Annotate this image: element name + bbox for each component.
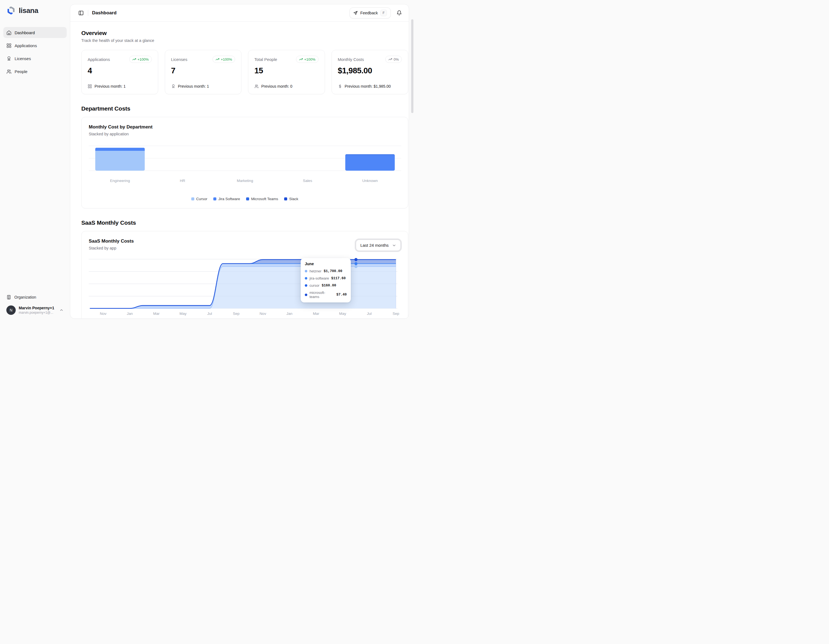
- chevron-down-icon: [392, 243, 396, 248]
- sidebar-item-label: Dashboard: [14, 30, 35, 35]
- legend-item: Cursor: [191, 197, 208, 201]
- tooltip-row: hetzner$1,700.00: [305, 269, 347, 273]
- svg-text:Jan: Jan: [286, 311, 292, 316]
- svg-text:Unknown: Unknown: [362, 178, 378, 183]
- bar-unknown: [345, 154, 395, 170]
- sidebar-item-people[interactable]: People: [3, 66, 67, 77]
- sidebar-item-licenses[interactable]: Licenses: [3, 53, 67, 64]
- sidebar-nav: Dashboard Applications Licenses: [0, 27, 70, 77]
- svg-text:HR: HR: [180, 178, 185, 183]
- svg-text:Sep: Sep: [233, 311, 240, 316]
- panel-left-icon: [78, 10, 84, 16]
- svg-text:Nov: Nov: [260, 311, 266, 316]
- legend-swatch: [191, 197, 194, 200]
- kpi-card-total-people: Total People +100% 15 Previous month: 0: [248, 50, 325, 94]
- department-bar-chart[interactable]: EngineeringHRMarketingSalesUnknown: [89, 143, 401, 191]
- svg-text:Marketing: Marketing: [237, 178, 253, 183]
- chart-tooltip: June hetzner$1,700.00jira-software$117.6…: [301, 258, 351, 302]
- feedback-button[interactable]: Feedback F: [350, 8, 391, 19]
- kpi-value: 7: [171, 66, 235, 75]
- lisana-logo-icon: [6, 6, 16, 16]
- sidebar-footer: Organization N Marvin Poeperny+1 marvin.…: [0, 292, 70, 322]
- kpi-value: $1,985.00: [338, 66, 402, 75]
- trend-badge: +100%: [129, 56, 152, 63]
- sidebar-item-applications[interactable]: Applications: [3, 40, 67, 51]
- legend-item: Microsoft Teams: [246, 197, 278, 201]
- trending-up-icon: [132, 57, 136, 61]
- users-icon: [6, 69, 11, 74]
- notifications-button[interactable]: [396, 10, 402, 16]
- sidebar-item-dashboard[interactable]: Dashboard: [3, 27, 67, 38]
- main-header: Dashboard Feedback F: [70, 5, 409, 22]
- svg-text:May: May: [180, 311, 187, 316]
- hover-dot: [355, 258, 358, 261]
- vertical-scrollbar[interactable]: [411, 0, 414, 322]
- svg-text:Mar: Mar: [313, 311, 320, 316]
- bell-icon: [396, 10, 402, 16]
- tooltip-row: microsoft-teams$7.40: [305, 290, 347, 299]
- trending-up-icon: [299, 57, 303, 61]
- kpi-card-monthly-costs: Monthly Costs 0% $1,985.00 Previous mont…: [331, 50, 408, 94]
- kpi-value: 15: [254, 66, 318, 75]
- kpi-previous: Previous month: $1,985.00: [338, 84, 402, 88]
- bar-engineering: [95, 148, 145, 170]
- grid-icon: [6, 43, 11, 48]
- page-title: Dashboard: [92, 10, 117, 16]
- svg-text:Engineering: Engineering: [110, 178, 130, 183]
- brand: lisana: [0, 0, 70, 17]
- users-icon: [254, 84, 259, 88]
- kpi-previous: Previous month: 1: [88, 84, 152, 88]
- send-icon: [353, 11, 358, 15]
- overview-subheading: Track the health of your stack at a glan…: [81, 38, 408, 43]
- trending-up-icon: [388, 57, 392, 61]
- trending-up-icon: [216, 57, 219, 61]
- tooltip-row: jira-software$117.60: [305, 276, 347, 280]
- legend-swatch: [284, 197, 287, 200]
- feedback-label: Feedback: [360, 11, 378, 15]
- tooltip-month: June: [305, 262, 347, 266]
- award-icon: [171, 84, 176, 88]
- svg-text:Jul: Jul: [207, 311, 212, 316]
- chart-subtitle: Stacked by app: [89, 246, 401, 250]
- dollar-icon: [338, 84, 342, 88]
- trend-badge: +100%: [213, 56, 235, 63]
- tooltip-row: cursor$160.00: [305, 283, 347, 287]
- brand-name: lisana: [19, 6, 38, 15]
- hover-dot: [355, 265, 358, 268]
- award-icon: [6, 56, 11, 61]
- department-costs-heading: Department Costs: [81, 105, 408, 112]
- kpi-label: Monthly Costs: [338, 57, 364, 62]
- kpi-label: Licenses: [171, 57, 188, 62]
- saas-area-chart[interactable]: NovJanMarMayJulSepNovJanMarMayJulSep Jun…: [89, 257, 401, 317]
- chart-title: Monthly Cost by Department: [89, 124, 401, 130]
- user-name: Marvin Poeperny+1: [19, 306, 56, 310]
- user-meta: Marvin Poeperny+1 marvin.poeperny+1@...: [19, 306, 56, 314]
- department-costs-card: Monthly Cost by Department Stacked by ap…: [81, 117, 408, 208]
- sidebar-item-organization[interactable]: Organization: [3, 292, 67, 303]
- svg-text:Jan: Jan: [127, 311, 133, 316]
- tooltip-series-dot: [305, 277, 307, 279]
- trend-badge: 0%: [385, 56, 402, 63]
- saas-costs-heading: SaaS Monthly Costs: [81, 219, 408, 226]
- legend-swatch: [213, 197, 216, 200]
- tooltip-series-dot: [305, 284, 307, 287]
- svg-text:May: May: [339, 311, 347, 316]
- svg-text:Sales: Sales: [303, 178, 312, 183]
- kpi-label: Applications: [88, 57, 110, 62]
- tooltip-series-dot: [305, 294, 307, 296]
- svg-text:Jul: Jul: [367, 311, 372, 316]
- sidebar-toggle-button[interactable]: [77, 9, 85, 17]
- trend-badge: +100%: [296, 56, 318, 63]
- kpi-label: Total People: [254, 57, 277, 62]
- grid-icon: [88, 84, 92, 88]
- kpi-card-licenses: Licenses +100% 7 Previous month: 1: [165, 50, 242, 94]
- time-range-select[interactable]: Last 24 months: [356, 240, 401, 251]
- chevron-up-icon: [59, 308, 64, 313]
- sidebar: lisana Dashboard Applications: [0, 0, 70, 322]
- svg-text:Sep: Sep: [392, 311, 399, 316]
- sidebar-item-label: Licenses: [14, 56, 31, 61]
- time-range-value: Last 24 months: [360, 243, 389, 248]
- user-menu[interactable]: N Marvin Poeperny+1 marvin.poeperny+1@..…: [3, 303, 67, 318]
- sidebar-item-label: Organization: [14, 295, 36, 299]
- scrollbar-thumb[interactable]: [411, 19, 413, 113]
